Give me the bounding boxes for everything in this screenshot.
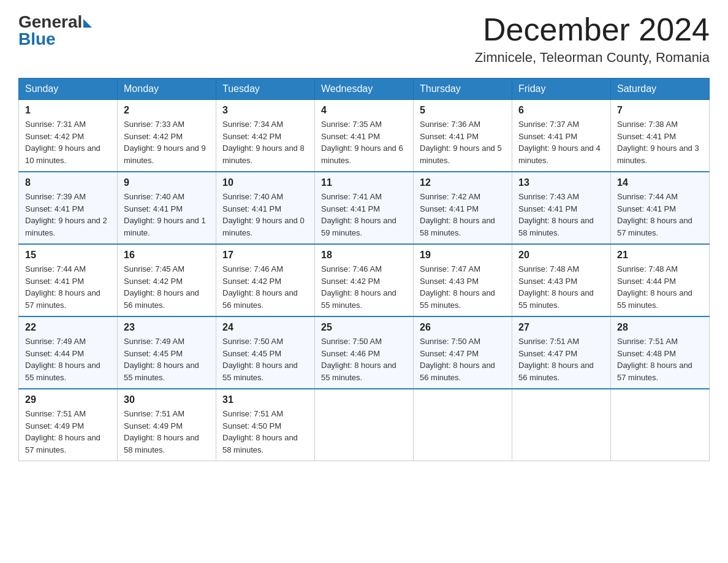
day-number: 4 [321, 105, 407, 116]
day-number: 11 [321, 177, 407, 188]
day-info: Sunrise: 7:50 AM Sunset: 4:45 PM Dayligh… [222, 335, 308, 383]
header-sunday: Sunday [19, 79, 118, 100]
calendar-cell: 5 Sunrise: 7:36 AM Sunset: 4:41 PM Dayli… [414, 100, 512, 172]
calendar-cell [414, 389, 512, 461]
calendar-cell [512, 389, 611, 461]
header-friday: Friday [512, 79, 611, 100]
calendar-week-2: 8 Sunrise: 7:39 AM Sunset: 4:41 PM Dayli… [19, 172, 710, 244]
day-info: Sunrise: 7:49 AM Sunset: 4:45 PM Dayligh… [124, 335, 210, 383]
calendar-cell: 9 Sunrise: 7:40 AM Sunset: 4:41 PM Dayli… [118, 172, 216, 244]
calendar-cell: 27 Sunrise: 7:51 AM Sunset: 4:47 PM Dayl… [512, 316, 611, 389]
calendar-cell: 21 Sunrise: 7:48 AM Sunset: 4:44 PM Dayl… [611, 244, 710, 316]
day-number: 30 [124, 394, 210, 405]
calendar-cell: 18 Sunrise: 7:46 AM Sunset: 4:42 PM Dayl… [315, 244, 414, 316]
calendar-cell: 25 Sunrise: 7:50 AM Sunset: 4:46 PM Dayl… [315, 316, 414, 389]
day-number: 29 [25, 394, 111, 405]
day-number: 22 [25, 322, 111, 333]
location-title: Zimnicele, Teleorman County, Romania [475, 50, 710, 66]
calendar-cell: 19 Sunrise: 7:47 AM Sunset: 4:43 PM Dayl… [414, 244, 512, 316]
day-number: 3 [222, 105, 308, 116]
day-number: 17 [222, 250, 308, 261]
calendar-cell: 16 Sunrise: 7:45 AM Sunset: 4:42 PM Dayl… [118, 244, 216, 316]
calendar-cell: 2 Sunrise: 7:33 AM Sunset: 4:42 PM Dayli… [118, 100, 216, 172]
day-info: Sunrise: 7:51 AM Sunset: 4:47 PM Dayligh… [518, 335, 604, 383]
day-info: Sunrise: 7:45 AM Sunset: 4:42 PM Dayligh… [124, 263, 210, 311]
day-info: Sunrise: 7:47 AM Sunset: 4:43 PM Dayligh… [420, 263, 506, 311]
day-info: Sunrise: 7:51 AM Sunset: 4:49 PM Dayligh… [25, 408, 111, 456]
day-info: Sunrise: 7:44 AM Sunset: 4:41 PM Dayligh… [25, 263, 111, 311]
calendar-cell: 4 Sunrise: 7:35 AM Sunset: 4:41 PM Dayli… [315, 100, 414, 172]
day-info: Sunrise: 7:50 AM Sunset: 4:46 PM Dayligh… [321, 335, 407, 383]
header-thursday: Thursday [414, 79, 512, 100]
day-info: Sunrise: 7:31 AM Sunset: 4:42 PM Dayligh… [25, 118, 111, 166]
logo-triangle-icon [83, 19, 92, 28]
logo: General Blue [18, 12, 92, 49]
calendar-cell: 13 Sunrise: 7:43 AM Sunset: 4:41 PM Dayl… [512, 172, 611, 244]
header-wednesday: Wednesday [315, 79, 414, 100]
calendar-cell: 1 Sunrise: 7:31 AM Sunset: 4:42 PM Dayli… [19, 100, 118, 172]
day-info: Sunrise: 7:40 AM Sunset: 4:41 PM Dayligh… [222, 191, 308, 239]
day-number: 25 [321, 322, 407, 333]
calendar-cell: 24 Sunrise: 7:50 AM Sunset: 4:45 PM Dayl… [216, 316, 315, 389]
calendar-header-row: Sunday Monday Tuesday Wednesday Thursday… [19, 79, 710, 100]
calendar-cell: 22 Sunrise: 7:49 AM Sunset: 4:44 PM Dayl… [19, 316, 118, 389]
day-info: Sunrise: 7:42 AM Sunset: 4:41 PM Dayligh… [420, 191, 506, 239]
calendar-cell: 17 Sunrise: 7:46 AM Sunset: 4:42 PM Dayl… [216, 244, 315, 316]
day-info: Sunrise: 7:39 AM Sunset: 4:41 PM Dayligh… [25, 191, 111, 239]
calendar-cell: 12 Sunrise: 7:42 AM Sunset: 4:41 PM Dayl… [414, 172, 512, 244]
calendar-cell [315, 389, 414, 461]
header-monday: Monday [118, 79, 216, 100]
day-number: 15 [25, 250, 111, 261]
calendar-cell: 29 Sunrise: 7:51 AM Sunset: 4:49 PM Dayl… [19, 389, 118, 461]
day-number: 18 [321, 250, 407, 261]
day-number: 5 [420, 105, 506, 116]
header-tuesday: Tuesday [216, 79, 315, 100]
day-number: 14 [617, 177, 703, 188]
month-title: December 2024 [475, 12, 710, 47]
day-info: Sunrise: 7:48 AM Sunset: 4:43 PM Dayligh… [518, 263, 604, 311]
calendar-cell: 23 Sunrise: 7:49 AM Sunset: 4:45 PM Dayl… [118, 316, 216, 389]
title-area: December 2024 Zimnicele, Teleorman Count… [475, 12, 710, 66]
day-number: 24 [222, 322, 308, 333]
day-info: Sunrise: 7:51 AM Sunset: 4:49 PM Dayligh… [124, 408, 210, 456]
calendar-cell: 28 Sunrise: 7:51 AM Sunset: 4:48 PM Dayl… [611, 316, 710, 389]
day-info: Sunrise: 7:48 AM Sunset: 4:44 PM Dayligh… [617, 263, 703, 311]
calendar-week-3: 15 Sunrise: 7:44 AM Sunset: 4:41 PM Dayl… [19, 244, 710, 316]
calendar-cell: 6 Sunrise: 7:37 AM Sunset: 4:41 PM Dayli… [512, 100, 611, 172]
day-number: 31 [222, 394, 308, 405]
calendar-week-5: 29 Sunrise: 7:51 AM Sunset: 4:49 PM Dayl… [19, 389, 710, 461]
day-info: Sunrise: 7:33 AM Sunset: 4:42 PM Dayligh… [124, 118, 210, 166]
calendar-cell: 20 Sunrise: 7:48 AM Sunset: 4:43 PM Dayl… [512, 244, 611, 316]
day-number: 9 [124, 177, 210, 188]
day-info: Sunrise: 7:41 AM Sunset: 4:41 PM Dayligh… [321, 191, 407, 239]
calendar-cell: 26 Sunrise: 7:50 AM Sunset: 4:47 PM Dayl… [414, 316, 512, 389]
calendar-cell: 3 Sunrise: 7:34 AM Sunset: 4:42 PM Dayli… [216, 100, 315, 172]
page-header: General Blue December 2024 Zimnicele, Te… [18, 12, 710, 66]
day-info: Sunrise: 7:50 AM Sunset: 4:47 PM Dayligh… [420, 335, 506, 383]
calendar-cell [611, 389, 710, 461]
day-info: Sunrise: 7:46 AM Sunset: 4:42 PM Dayligh… [222, 263, 308, 311]
day-info: Sunrise: 7:51 AM Sunset: 4:48 PM Dayligh… [617, 335, 703, 383]
calendar-cell: 14 Sunrise: 7:44 AM Sunset: 4:41 PM Dayl… [611, 172, 710, 244]
day-number: 12 [420, 177, 506, 188]
calendar-cell: 7 Sunrise: 7:38 AM Sunset: 4:41 PM Dayli… [611, 100, 710, 172]
day-number: 28 [617, 322, 703, 333]
day-number: 2 [124, 105, 210, 116]
calendar-table: Sunday Monday Tuesday Wednesday Thursday… [18, 78, 710, 461]
day-number: 23 [124, 322, 210, 333]
logo-blue-text: Blue [18, 29, 56, 49]
calendar-week-1: 1 Sunrise: 7:31 AM Sunset: 4:42 PM Dayli… [19, 100, 710, 172]
day-number: 8 [25, 177, 111, 188]
day-info: Sunrise: 7:38 AM Sunset: 4:41 PM Dayligh… [617, 118, 703, 166]
calendar-cell: 10 Sunrise: 7:40 AM Sunset: 4:41 PM Dayl… [216, 172, 315, 244]
day-number: 6 [518, 105, 604, 116]
day-info: Sunrise: 7:46 AM Sunset: 4:42 PM Dayligh… [321, 263, 407, 311]
day-number: 19 [420, 250, 506, 261]
day-number: 20 [518, 250, 604, 261]
calendar-week-4: 22 Sunrise: 7:49 AM Sunset: 4:44 PM Dayl… [19, 316, 710, 389]
day-info: Sunrise: 7:34 AM Sunset: 4:42 PM Dayligh… [222, 118, 308, 166]
header-saturday: Saturday [611, 79, 710, 100]
day-info: Sunrise: 7:35 AM Sunset: 4:41 PM Dayligh… [321, 118, 407, 166]
day-number: 1 [25, 105, 111, 116]
day-number: 27 [518, 322, 604, 333]
